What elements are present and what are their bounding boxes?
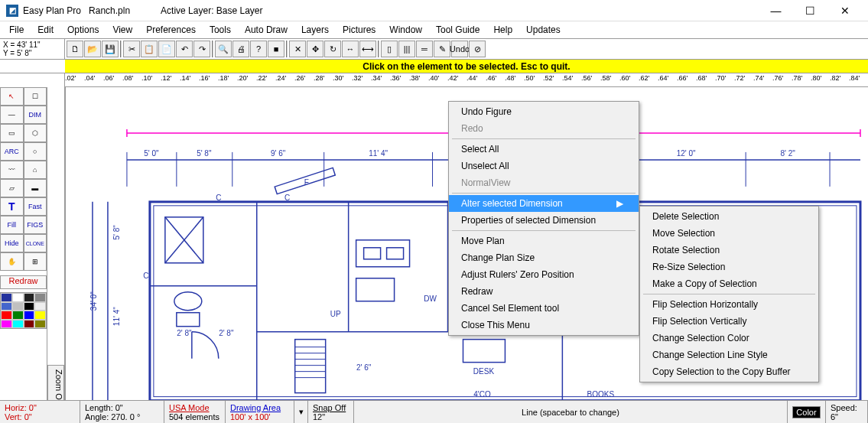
menu-file[interactable]: File <box>3 23 30 37</box>
menu-window[interactable]: Window <box>383 23 428 37</box>
menu-help[interactable]: Help <box>487 23 519 37</box>
vertical-ruler[interactable] <box>47 87 64 365</box>
menu-item[interactable]: Redraw <box>449 283 639 300</box>
toolbar-button[interactable]: 💾 <box>102 41 119 57</box>
hand-tool[interactable]: ✋ <box>0 252 24 271</box>
hide-tool[interactable]: Hide <box>0 234 24 252</box>
toolbar-button[interactable]: ↷ <box>193 41 210 57</box>
arrow-tool[interactable]: ↖ <box>0 87 24 106</box>
color-swatch[interactable] <box>24 293 35 302</box>
toolbar-button[interactable]: ✂ <box>123 41 140 57</box>
menu-item[interactable]: Change Selection Color <box>640 330 818 347</box>
menu-item[interactable]: Alter selected Dimension▶ <box>449 195 639 212</box>
toolbar-button[interactable]: ✥ <box>307 41 323 57</box>
toolbar-button[interactable]: ▯ <box>381 41 398 57</box>
color-palette[interactable] <box>0 292 47 329</box>
text-tool[interactable]: T <box>0 197 24 216</box>
toolbar-button[interactable]: 📂 <box>84 41 101 57</box>
toolbar-button[interactable]: 🗋 <box>67 41 83 57</box>
menu-item[interactable]: Change Selection Line Style <box>640 347 818 363</box>
menu-item[interactable]: Cancel Sel Element tool <box>449 300 639 317</box>
toolbar-button[interactable]: ■ <box>268 41 284 57</box>
context-menu[interactable]: Undo FigureRedoSelect AllUnselect AllNor… <box>448 101 639 336</box>
color-swatch[interactable] <box>1 320 12 329</box>
color-swatch[interactable] <box>34 293 46 302</box>
fill-tool[interactable]: Fill <box>0 216 24 234</box>
line-tool[interactable]: — <box>0 106 24 124</box>
toolbar-button[interactable]: ⊘ <box>469 41 486 57</box>
figs-tool[interactable]: FIGS <box>24 216 47 234</box>
menu-item[interactable]: Adjust Rulers' Zero Position <box>449 266 639 283</box>
clone-tool[interactable]: CLONE <box>24 234 47 252</box>
menu-item[interactable]: Flip Selection Horizontally <box>640 296 818 313</box>
toolbar-button[interactable]: ? <box>250 41 267 57</box>
hex-tool[interactable]: ⬡ <box>24 124 47 142</box>
menu-item[interactable]: Move Plan <box>449 233 639 249</box>
menu-tools[interactable]: Tools <box>203 23 237 37</box>
arc-tool[interactable]: ARC <box>0 142 24 161</box>
minimize-button[interactable]: — <box>759 0 793 21</box>
toolbar-button[interactable]: 📄 <box>158 41 175 57</box>
menu-tool-guide[interactable]: Tool Guide <box>430 23 486 37</box>
status-speed[interactable]: Speed:6" <box>826 401 868 423</box>
toolbar-button[interactable]: ||| <box>398 41 415 57</box>
toolbar-button[interactable]: ↻ <box>324 41 341 57</box>
menu-view[interactable]: View <box>106 23 138 37</box>
toolbar-button[interactable]: ⟷ <box>359 41 376 57</box>
menu-options[interactable]: Options <box>61 23 105 37</box>
color-swatch[interactable] <box>1 302 12 311</box>
status-drawing-area[interactable]: Drawing Area100' x 100' <box>226 401 294 423</box>
toolbar-button[interactable]: Undo <box>451 41 468 57</box>
menu-item[interactable]: Undo Figure <box>449 103 639 120</box>
color-swatch[interactable] <box>24 311 35 320</box>
redraw-button[interactable]: Redraw <box>0 275 47 289</box>
menu-item[interactable]: Re-Size Selection <box>640 259 818 275</box>
status-color-button[interactable]: Color <box>788 401 826 423</box>
close-button[interactable]: ✕ <box>827 0 862 21</box>
toolbar-button[interactable]: ↶ <box>176 41 193 57</box>
menu-item[interactable]: Select All <box>449 141 639 158</box>
menu-updates[interactable]: Updates <box>520 23 567 37</box>
circle-tool[interactable]: ○ <box>24 142 47 161</box>
color-swatch[interactable] <box>34 302 46 311</box>
menu-item[interactable]: Move Selection <box>640 225 818 242</box>
color-swatch[interactable] <box>1 311 12 320</box>
color-swatch[interactable] <box>34 320 46 329</box>
menu-item[interactable]: Make a Copy of Selection <box>640 275 818 292</box>
status-snap[interactable]: Snap Off12" <box>308 401 354 423</box>
status-area-dropdown[interactable]: ▾ <box>294 401 308 423</box>
menu-preferences[interactable]: Preferences <box>140 23 202 37</box>
menu-item[interactable]: Copy Selection to the Copy Buffer <box>640 363 818 380</box>
menu-item[interactable]: Properties of selected Dimension <box>449 212 639 229</box>
color-swatch[interactable] <box>12 311 24 320</box>
marquee-tool[interactable]: ☐ <box>24 87 47 106</box>
status-mode[interactable]: USA Mode504 elements <box>164 401 226 423</box>
menu-edit[interactable]: Edit <box>31 23 60 37</box>
color-swatch[interactable] <box>34 311 46 320</box>
fasttext-tool[interactable]: Fast <box>24 197 47 216</box>
color-swatch[interactable] <box>12 302 24 311</box>
flat-tool[interactable]: ▬ <box>24 179 47 197</box>
color-swatch[interactable] <box>24 302 35 311</box>
wave-tool[interactable]: 〰 <box>0 161 24 179</box>
menu-item[interactable]: Close This Menu <box>449 317 639 334</box>
menu-auto-draw[interactable]: Auto Draw <box>239 23 294 37</box>
drawing-canvas[interactable]: SOFTPEDIA <box>65 87 868 411</box>
color-swatch[interactable] <box>12 320 24 329</box>
menu-item[interactable]: Rotate Selection <box>640 242 818 259</box>
color-swatch[interactable] <box>24 320 35 329</box>
toolbar-button[interactable]: 🔍 <box>215 41 232 57</box>
color-swatch[interactable] <box>12 293 24 302</box>
toolbar-button[interactable]: 📋 <box>141 41 158 57</box>
menu-item[interactable]: Flip Selection Vertically <box>640 313 818 330</box>
maximize-button[interactable]: ☐ <box>793 0 827 21</box>
menu-pictures[interactable]: Pictures <box>336 23 382 37</box>
toolbar-button[interactable]: ✎ <box>434 41 450 57</box>
horizontal-ruler[interactable]: .02'.04'.06'.08'.10'.12'.14'.16'.18'.20'… <box>65 73 868 87</box>
dim-tool[interactable]: DIM <box>24 106 47 124</box>
menu-item[interactable]: Unselect All <box>449 158 639 174</box>
poly-tool[interactable]: ▱ <box>0 179 24 197</box>
roof-tool[interactable]: ⌂ <box>24 161 47 179</box>
toolbar-button[interactable]: ✕ <box>289 41 306 57</box>
rect-tool[interactable]: ▭ <box>0 124 24 142</box>
